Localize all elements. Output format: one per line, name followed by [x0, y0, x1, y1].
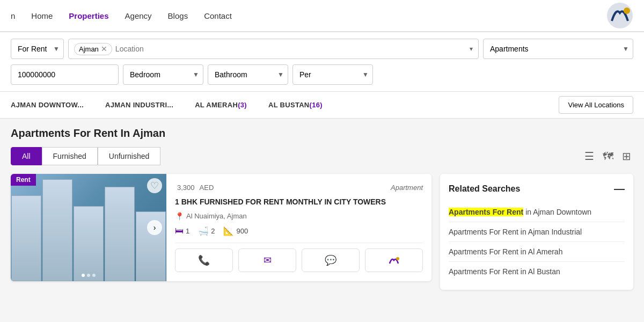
price-value: 3,300	[177, 184, 195, 192]
bath-icon: 🛁	[198, 226, 209, 236]
related-searches-panel: Related Searches — Apartments For Rent i…	[440, 174, 633, 290]
property-actions: 📞 ✉ 💬	[175, 248, 423, 272]
per-wrap: Per Monthly Yearly ▼	[292, 64, 373, 85]
beds-feature: 🛏 1	[175, 226, 189, 236]
related-text-3: Apartments For Rent in Al Amerah	[449, 247, 562, 256]
location-pin-icon: 📍	[175, 212, 184, 221]
search-row2: Bedroom 1 2 3 ▼ Bathroom 1 2 3 ▼ Per Mon…	[11, 64, 633, 85]
location-tabs: AJMAN DOWNTOW... AJMAN INDUSTRI... AL AM…	[0, 92, 644, 119]
rent-select[interactable]: For Rent For Sale	[11, 39, 64, 59]
related-searches-dash-icon: —	[614, 182, 625, 195]
property-card: Rent ♡ › 3,300 AED	[11, 174, 431, 281]
loc-tab-amerah[interactable]: AL AMERAH(3)	[195, 101, 247, 109]
content-cols: Rent ♡ › 3,300 AED	[11, 174, 633, 290]
price-input[interactable]	[11, 64, 119, 85]
svg-point-2	[396, 257, 399, 260]
area-icon: 📐	[223, 226, 234, 236]
svg-point-1	[624, 8, 630, 14]
bathroom-wrap: Bathroom 1 2 3 ▼	[208, 64, 288, 85]
related-text-4: Apartments For Rent in Al Bustan	[449, 267, 560, 276]
related-searches-header: Related Searches —	[449, 182, 625, 195]
price-row: 3,300 AED Apartment	[175, 181, 423, 193]
email-button[interactable]: ✉	[238, 248, 296, 272]
related-highlight-text: Apartments For Rent	[449, 208, 523, 216]
filter-tabs-row: All Furnished Unfurnished ☰ 🗺 ⊞	[11, 147, 633, 165]
map-view-icon[interactable]: 🗺	[601, 148, 616, 165]
related-searches-title: Related Searches	[449, 184, 520, 194]
property-features: 🛏 1 🛁 2 📐 900	[175, 226, 423, 236]
building-sim	[11, 174, 166, 281]
property-details: 3,300 AED Apartment 1 BHK FURNISHED FOR …	[166, 174, 431, 281]
bedroom-wrap: Bedroom 1 2 3 ▼	[123, 64, 203, 85]
nav-link-n[interactable]: n	[11, 11, 15, 20]
area-value: 900	[236, 227, 248, 235]
location-input[interactable]	[115, 45, 466, 53]
nav-links: n Home Properties Agency Blogs Contact	[11, 11, 606, 20]
related-item-3[interactable]: Apartments For Rent in Al Amerah	[449, 242, 625, 262]
related-item-1[interactable]: Apartments For Rent in Ajman Downtown	[449, 202, 625, 222]
baths-feature: 🛁 2	[198, 226, 215, 236]
bed-icon: 🛏	[175, 226, 184, 236]
related-item-4[interactable]: Apartments For Rent in Al Bustan	[449, 262, 625, 281]
call-button[interactable]: 📞	[175, 248, 233, 272]
agency-button[interactable]	[365, 248, 423, 272]
svg-point-0	[607, 3, 633, 28]
property-type-select[interactable]: Apartments Villa Studio Office	[483, 39, 633, 59]
whatsapp-button[interactable]: 💬	[302, 248, 360, 272]
loc-tab-industrial[interactable]: AJMAN INDUSTRI...	[105, 101, 173, 109]
search-section: For Rent For Sale ▼ Ajman ✕ ▾ Apartments…	[0, 32, 644, 92]
next-image-button[interactable]: ›	[147, 220, 162, 235]
page-title: Apartments For Rent In Ajman	[11, 127, 633, 140]
property-location: 📍 Al Nuaimiya, Ajman	[175, 212, 423, 221]
loc-tab-downtown[interactable]: AJMAN DOWNTOW...	[11, 101, 84, 109]
beds-count: 1	[186, 227, 189, 235]
filter-tab-all[interactable]: All	[11, 147, 42, 165]
bedroom-select[interactable]: Bedroom 1 2 3	[123, 64, 203, 85]
related-text-2: Apartments For Rent in Ajman Industrial	[449, 228, 582, 236]
area-feature: 📐 900	[223, 226, 248, 236]
grid-view-icon[interactable]: ⊞	[620, 148, 633, 165]
sidebar-col: Related Searches — Apartments For Rent i…	[440, 174, 633, 290]
location-tag-text: Ajman	[79, 45, 99, 53]
list-view-icon[interactable]: ☰	[582, 148, 596, 165]
view-icons-group: ☰ 🗺 ⊞	[582, 148, 633, 165]
divider	[175, 243, 423, 243]
location-tag: Ajman ✕	[74, 43, 112, 55]
per-select[interactable]: Per Monthly Yearly	[292, 64, 373, 85]
location-tag-close[interactable]: ✕	[101, 45, 107, 53]
property-title: 1 BHK FURNISHED FOR RENT MONTHLY IN CITY…	[175, 197, 423, 208]
dot-1[interactable]	[82, 274, 85, 277]
nav-link-contact[interactable]: Contact	[204, 11, 232, 20]
for-rent-badge: Rent	[11, 174, 36, 186]
filter-tab-unfurnished[interactable]: Unfurnished	[98, 147, 161, 165]
nav-link-agency[interactable]: Agency	[125, 11, 152, 20]
listing-col: Rent ♡ › 3,300 AED	[11, 174, 431, 290]
location-text: Al Nuaimiya, Ajman	[186, 212, 247, 220]
brand-logo	[606, 2, 633, 29]
loc-tab-bustan[interactable]: AL BUSTAN(16)	[268, 101, 323, 109]
currency-label: AED	[200, 184, 214, 192]
baths-count: 2	[211, 227, 215, 235]
property-image: Rent ♡ ›	[11, 174, 166, 281]
image-dots	[82, 274, 96, 277]
dot-2[interactable]	[87, 274, 90, 277]
location-box[interactable]: Ajman ✕ ▾	[68, 39, 479, 59]
nav-link-home[interactable]: Home	[31, 11, 53, 20]
filter-tab-furnished[interactable]: Furnished	[42, 147, 98, 165]
search-row1: For Rent For Sale ▼ Ajman ✕ ▾ Apartments…	[11, 39, 633, 59]
related-item-2[interactable]: Apartments For Rent in Ajman Industrial	[449, 222, 625, 242]
location-arrow-icon: ▾	[470, 45, 473, 53]
heart-button[interactable]: ♡	[147, 178, 162, 193]
property-type-label: Apartment	[391, 184, 423, 192]
nav-link-properties[interactable]: Properties	[69, 11, 108, 20]
bathroom-select[interactable]: Bathroom 1 2 3	[208, 64, 288, 85]
agency-logo-icon	[387, 256, 400, 265]
property-type-wrap: Apartments Villa Studio Office ▼	[483, 39, 633, 59]
property-price: 3,300 AED	[175, 181, 214, 193]
navbar: n Home Properties Agency Blogs Contact	[0, 0, 644, 32]
amerah-count: (3)	[238, 101, 247, 109]
view-all-locations-button[interactable]: View All Locations	[559, 96, 633, 114]
nav-link-blogs[interactable]: Blogs	[168, 11, 188, 20]
dot-3[interactable]	[92, 274, 96, 277]
bustan-count: (16)	[310, 101, 323, 109]
